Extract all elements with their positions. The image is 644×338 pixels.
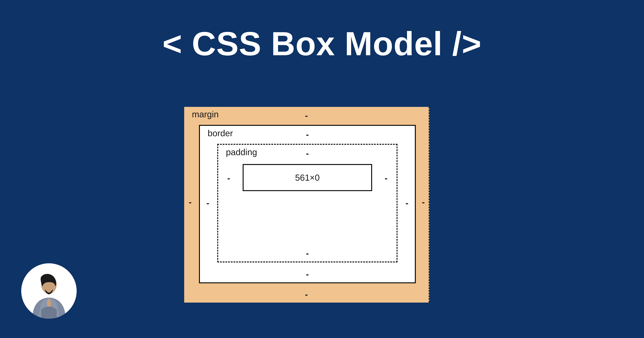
border-bottom-value: - xyxy=(306,269,309,279)
border-left-value: - xyxy=(206,198,209,208)
content-dimensions: 561×0 xyxy=(295,172,320,182)
border-top-value: - xyxy=(306,130,309,140)
padding-right-value: - xyxy=(384,173,388,183)
padding-top-value: - xyxy=(306,148,309,158)
border-region: border - - - - padding - - - - 561×0 xyxy=(199,125,416,283)
margin-left-value: - xyxy=(189,197,192,207)
author-avatar xyxy=(21,263,77,319)
content-region: 561×0 xyxy=(243,164,372,191)
padding-region: padding - - - - 561×0 xyxy=(217,144,398,262)
box-model-diagram: margin - - - - border - - - - padding - … xyxy=(184,107,430,302)
padding-bottom-value: - xyxy=(306,248,309,258)
page-title: < CSS Box Model /> xyxy=(0,24,644,63)
padding-left-value: - xyxy=(227,173,230,183)
padding-label: padding xyxy=(226,147,257,157)
person-icon xyxy=(21,263,77,319)
margin-right-value: - xyxy=(422,197,425,207)
border-right-value: - xyxy=(406,198,408,208)
border-label: border xyxy=(208,128,233,138)
margin-bottom-value: - xyxy=(305,289,308,299)
margin-top-value: - xyxy=(305,110,308,120)
margin-label: margin xyxy=(192,109,219,119)
margin-region: margin - - - - border - - - - padding - … xyxy=(184,107,429,302)
